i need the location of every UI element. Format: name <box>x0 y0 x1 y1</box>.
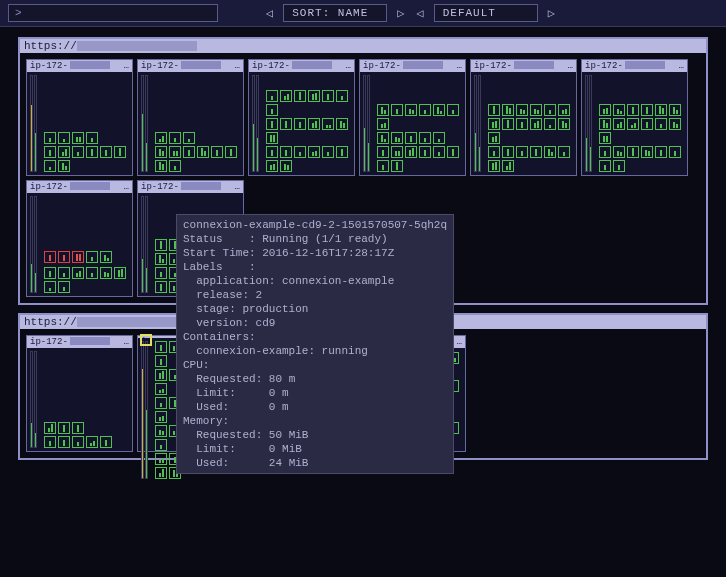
pod[interactable] <box>544 146 556 158</box>
pod[interactable] <box>669 146 681 158</box>
pod[interactable] <box>530 104 542 116</box>
pod[interactable] <box>155 383 167 395</box>
pod[interactable] <box>613 118 625 130</box>
pod[interactable] <box>72 422 84 434</box>
pod[interactable] <box>377 132 389 144</box>
sort-prev-button[interactable]: ◁ <box>264 6 275 21</box>
pod[interactable] <box>447 104 459 116</box>
pod[interactable] <box>114 146 126 158</box>
pod[interactable] <box>72 132 84 144</box>
pod[interactable] <box>308 90 320 102</box>
pod[interactable] <box>266 160 278 172</box>
pod[interactable] <box>599 146 611 158</box>
pod[interactable] <box>641 146 653 158</box>
pod[interactable] <box>391 146 403 158</box>
pod[interactable] <box>44 160 56 172</box>
pod[interactable] <box>44 267 56 279</box>
pod[interactable] <box>336 118 348 130</box>
pod[interactable] <box>308 118 320 130</box>
pod[interactable] <box>558 118 570 130</box>
pod[interactable] <box>266 90 278 102</box>
pod[interactable] <box>169 160 181 172</box>
pod[interactable] <box>502 160 514 172</box>
pod[interactable] <box>266 132 278 144</box>
pod[interactable] <box>655 104 667 116</box>
pod[interactable] <box>530 118 542 130</box>
pod[interactable] <box>669 104 681 116</box>
pod[interactable] <box>183 146 195 158</box>
theme-next-button[interactable]: ▷ <box>546 6 557 21</box>
pod[interactable] <box>155 341 167 353</box>
pod[interactable] <box>433 132 445 144</box>
pod[interactable] <box>58 160 70 172</box>
pod[interactable] <box>433 146 445 158</box>
pod[interactable] <box>613 104 625 116</box>
pod[interactable] <box>155 253 167 265</box>
pod[interactable] <box>86 251 98 263</box>
pod[interactable] <box>655 118 667 130</box>
pod[interactable] <box>377 104 389 116</box>
node[interactable]: ip-172-… <box>26 59 133 176</box>
pod[interactable] <box>155 425 167 437</box>
pod[interactable] <box>294 146 306 158</box>
pod[interactable] <box>72 436 84 448</box>
pod[interactable] <box>58 436 70 448</box>
pod[interactable] <box>377 118 389 130</box>
pod[interactable] <box>613 160 625 172</box>
pod[interactable] <box>86 132 98 144</box>
pod[interactable] <box>44 281 56 293</box>
pod[interactable] <box>530 146 542 158</box>
pod[interactable] <box>266 104 278 116</box>
pod[interactable] <box>155 355 167 367</box>
node[interactable]: ip-172-… <box>470 59 577 176</box>
pod[interactable] <box>211 146 223 158</box>
pod[interactable] <box>502 118 514 130</box>
pod[interactable] <box>100 251 112 263</box>
pod[interactable] <box>155 146 167 158</box>
pod[interactable] <box>183 132 195 144</box>
pod[interactable] <box>447 146 459 158</box>
pod[interactable] <box>280 90 292 102</box>
pod[interactable] <box>488 146 500 158</box>
pod[interactable] <box>599 104 611 116</box>
pod[interactable] <box>155 239 167 251</box>
pod[interactable] <box>44 146 56 158</box>
pod[interactable] <box>155 453 167 465</box>
highlighted-pod[interactable] <box>140 334 152 346</box>
pod[interactable] <box>308 146 320 158</box>
pod[interactable] <box>58 422 70 434</box>
node[interactable]: ip-172-… <box>359 59 466 176</box>
theme-prev-button[interactable]: ◁ <box>414 6 425 21</box>
pod[interactable] <box>641 104 653 116</box>
pod[interactable] <box>405 132 417 144</box>
pod[interactable] <box>44 436 56 448</box>
pod[interactable] <box>100 267 112 279</box>
pod[interactable] <box>280 160 292 172</box>
pod[interactable] <box>155 411 167 423</box>
pod[interactable] <box>294 118 306 130</box>
pod[interactable] <box>627 118 639 130</box>
pod[interactable] <box>405 146 417 158</box>
pod[interactable] <box>322 146 334 158</box>
pod[interactable] <box>599 160 611 172</box>
pod[interactable] <box>613 146 625 158</box>
node[interactable]: ip-172-… <box>26 335 133 452</box>
pod[interactable] <box>266 146 278 158</box>
node[interactable]: ip-172-… <box>137 59 244 176</box>
pod[interactable] <box>280 146 292 158</box>
pod[interactable] <box>72 267 84 279</box>
pod[interactable] <box>225 146 237 158</box>
pod[interactable] <box>86 146 98 158</box>
sort-next-button[interactable]: ▷ <box>395 6 406 21</box>
pod[interactable] <box>58 267 70 279</box>
pod[interactable] <box>169 146 181 158</box>
pod[interactable] <box>419 146 431 158</box>
pod[interactable] <box>391 160 403 172</box>
pod[interactable] <box>336 90 348 102</box>
search-box[interactable]: > <box>8 4 218 22</box>
pod[interactable] <box>100 436 112 448</box>
pod[interactable] <box>558 104 570 116</box>
pod[interactable] <box>488 160 500 172</box>
pod[interactable] <box>100 146 112 158</box>
pod[interactable] <box>266 118 278 130</box>
